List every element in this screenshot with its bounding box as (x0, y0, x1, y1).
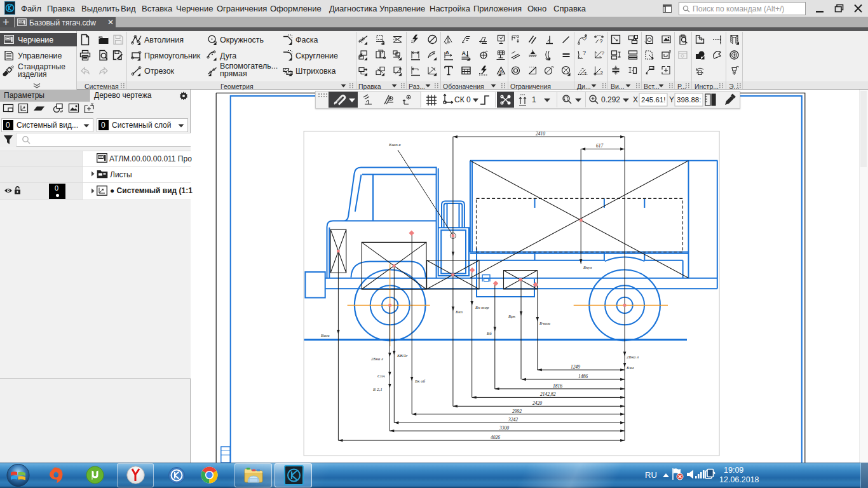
svg-text:Бк об: Бк об (414, 379, 426, 384)
svg-text:Бзм: Бзм (626, 365, 634, 370)
svg-text:Бчвов: Бчвов (539, 321, 550, 326)
svg-text:Бзап.к: Бзап.к (388, 142, 402, 147)
svg-text:398.88:: 398.88: (677, 96, 701, 104)
svg-text:БВЛс: БВЛс (397, 353, 408, 358)
svg-text:Y: Y (669, 95, 674, 104)
svg-text:2992: 2992 (512, 409, 522, 414)
svg-text:1: 1 (532, 95, 536, 104)
svg-text:Бб: Бб (486, 331, 492, 336)
svg-text:1816: 1816 (553, 383, 562, 389)
svg-text:?: ? (600, 70, 604, 76)
svg-text:A: A (462, 50, 466, 57)
svg-text:Бкп: Бкп (455, 309, 463, 315)
svg-text:A: A (445, 50, 449, 55)
svg-text:4026: 4026 (491, 435, 500, 440)
svg-text:245.61!: 245.61! (641, 96, 665, 104)
svg-text:Брк: Брк (508, 314, 516, 319)
svg-text:2Бка л: 2Бка л (371, 356, 383, 362)
svg-text:3242: 3242 (508, 417, 518, 423)
svg-text:Б 2,1: Б 2,1 (372, 387, 383, 392)
svg-text:?: ? (602, 50, 605, 56)
svg-text:3300: 3300 (499, 425, 509, 431)
svg-text:2410: 2410 (536, 131, 545, 137)
svg-text:1486: 1486 (578, 374, 588, 379)
svg-text:A: A (499, 69, 503, 74)
svg-text:?: ? (583, 71, 587, 76)
svg-text:2420: 2420 (532, 400, 542, 406)
svg-text:2142,82: 2142,82 (540, 391, 556, 397)
svg-text:1249: 1249 (571, 364, 580, 370)
svg-text:2Бка л: 2Бка л (627, 355, 639, 360)
svg-text:Бвов: Бвов (320, 333, 330, 338)
svg-text:?: ? (584, 36, 587, 41)
svg-text:СК 0: СК 0 (454, 95, 471, 104)
svg-text:0.292: 0.292 (601, 95, 620, 104)
svg-text:?: ? (600, 38, 603, 44)
svg-text:Спч: Спч (377, 374, 385, 379)
svg-text:617: 617 (596, 143, 604, 149)
svg-text:Бкуз: Бкуз (583, 265, 592, 270)
svg-text:X: X (633, 95, 638, 104)
svg-text:Бн тор: Бн тор (475, 305, 489, 310)
svg-text:?: ? (583, 50, 586, 56)
